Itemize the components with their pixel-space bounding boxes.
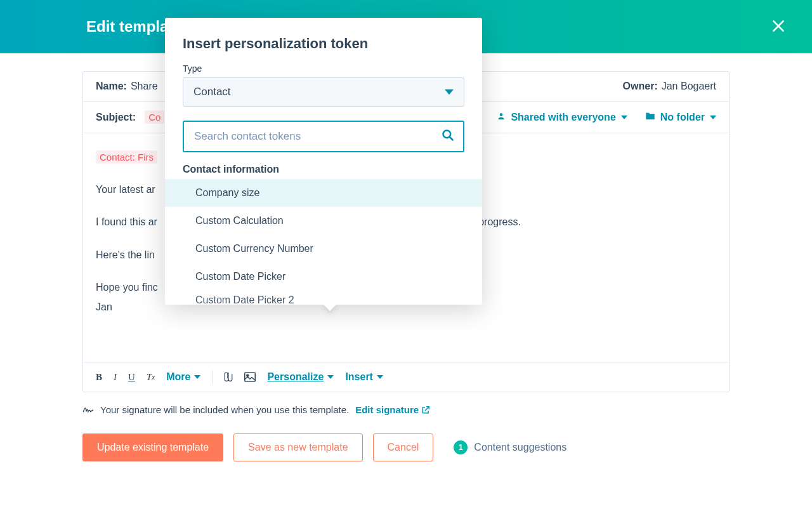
editor-toolbar: B I U Tx More Personalize Insert — [83, 362, 729, 392]
type-label: Type — [183, 63, 464, 74]
svg-point-2 — [500, 113, 503, 116]
signature-note-row: Your signature will be included when you… — [82, 404, 730, 416]
type-value: Contact — [193, 86, 231, 98]
update-template-button[interactable]: Update existing template — [82, 433, 223, 461]
shared-label: Shared with everyone — [511, 112, 615, 123]
image-icon[interactable] — [244, 372, 256, 382]
personalization-token-modal: Insert personalization token Type Contac… — [165, 18, 482, 305]
folder-label: No folder — [660, 112, 705, 123]
token-options: Company size Custom Calculation Custom C… — [165, 179, 482, 305]
owner-value: Jan Bogaert — [662, 81, 716, 92]
modal-title: Insert personalization token — [183, 36, 464, 52]
search-input[interactable] — [193, 129, 435, 143]
chevron-down-icon — [710, 114, 716, 121]
suggestions-count-badge: 1 — [454, 440, 468, 454]
folder-dropdown[interactable]: No folder — [645, 112, 716, 123]
token-option[interactable]: Company size — [165, 179, 482, 207]
token-search[interactable] — [183, 121, 464, 152]
suggestions-label: Content suggestions — [474, 442, 566, 453]
token-option[interactable]: Custom Date Picker 2 — [165, 291, 482, 305]
signature-script-icon — [82, 404, 94, 416]
subject-label: Subject: — [96, 112, 136, 123]
token-option[interactable]: Custom Currency Number — [165, 235, 482, 263]
svg-line-6 — [450, 137, 453, 140]
clear-formatting-button[interactable]: Tx — [147, 372, 155, 383]
chevron-down-icon — [327, 374, 334, 380]
bold-button[interactable]: B — [96, 372, 102, 383]
chevron-down-icon — [621, 114, 627, 121]
token-option[interactable]: Custom Calculation — [165, 207, 482, 235]
toolbar-divider — [212, 370, 213, 384]
chevron-down-icon — [377, 374, 383, 380]
svg-point-4 — [247, 374, 249, 376]
chevron-down-icon — [194, 374, 200, 380]
cancel-button[interactable]: Cancel — [373, 433, 434, 461]
token-option[interactable]: Custom Date Picker — [165, 263, 482, 291]
subject-token[interactable]: Co — [145, 110, 164, 124]
edit-signature-link[interactable]: Edit signature — [355, 404, 430, 415]
user-icon — [497, 112, 506, 123]
close-icon[interactable] — [770, 18, 787, 37]
body-greeting-token[interactable]: Contact: Firs — [96, 150, 157, 164]
type-select[interactable]: Contact — [183, 77, 464, 107]
token-group-title: Contact information — [183, 164, 464, 175]
shared-with-dropdown[interactable]: Shared with everyone — [497, 112, 627, 123]
underline-button[interactable]: U — [128, 372, 135, 383]
italic-button[interactable]: I — [114, 372, 117, 383]
owner-label: Owner: — [623, 81, 658, 92]
name-label: Name: — [96, 81, 127, 92]
insert-dropdown[interactable]: Insert — [345, 371, 383, 383]
attachment-icon[interactable] — [224, 371, 233, 383]
page-title: Edit template — [25, 18, 182, 36]
chevron-down-icon — [445, 89, 454, 95]
signature-note: Your signature will be included when you… — [100, 404, 349, 415]
search-icon — [442, 129, 454, 144]
folder-icon — [645, 112, 655, 123]
name-value[interactable]: Share — [131, 81, 158, 92]
personalize-dropdown[interactable]: Personalize — [267, 371, 334, 383]
external-link-icon — [421, 406, 430, 414]
svg-rect-3 — [245, 373, 256, 381]
action-bar: Update existing template Save as new tem… — [82, 433, 730, 461]
content-suggestions[interactable]: 1 Content suggestions — [454, 440, 566, 454]
save-as-new-button[interactable]: Save as new template — [233, 433, 362, 461]
more-dropdown[interactable]: More — [166, 371, 200, 383]
